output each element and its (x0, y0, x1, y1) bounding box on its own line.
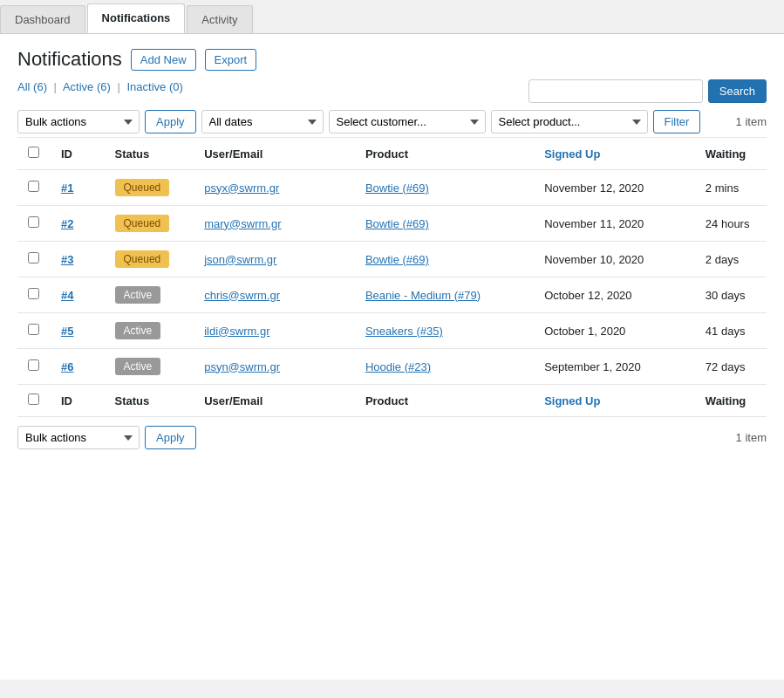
customer-select[interactable]: Select customer... (329, 110, 486, 133)
page-title: Notifications (17, 48, 122, 71)
row-email-2[interactable]: json@swrm.gr (194, 242, 355, 277)
filter-links: All (6) | Active (6) | Inactive (0) (17, 80, 183, 93)
top-toolbar-row: Bulk actions Delete Apply All dates Sele… (17, 110, 767, 133)
col-header-id: ID (51, 138, 105, 170)
select-all-checkbox[interactable] (28, 147, 39, 158)
apply-button-top[interactable]: Apply (145, 110, 196, 133)
row-signedup-5: September 1, 2020 (534, 349, 695, 385)
row-signedup-4: October 1, 2020 (534, 313, 695, 349)
search-row: All (6) | Active (6) | Inactive (0) Sear… (17, 79, 767, 103)
status-badge-1: Queued (115, 215, 170, 232)
row-checkbox-cell (17, 277, 51, 313)
bulk-actions-select-bottom[interactable]: Bulk actions Delete (17, 426, 140, 449)
row-status-4: Active (105, 313, 194, 349)
row-waiting-3: 30 days (695, 277, 767, 313)
search-input[interactable] (528, 79, 703, 103)
product-select[interactable]: Select product... (491, 110, 648, 133)
row-product-5[interactable]: Hoodie (#23) (355, 349, 534, 385)
row-product-3[interactable]: Beanie - Medium (#79) (355, 277, 534, 313)
col-header-product: Product (355, 138, 534, 170)
row-checkbox-2[interactable] (28, 252, 39, 263)
bulk-actions-select-top[interactable]: Bulk actions Delete (17, 110, 140, 133)
row-email-3[interactable]: chris@swrm.gr (194, 277, 355, 313)
row-email-1[interactable]: mary@swrm.gr (194, 206, 355, 242)
table-row: #6 Active psyn@swrm.gr Hoodie (#23) Sept… (17, 349, 767, 385)
row-email-0[interactable]: psyx@swrm.gr (194, 170, 355, 206)
row-id-0[interactable]: #1 (51, 170, 105, 206)
row-id-2[interactable]: #3 (51, 242, 105, 277)
row-id-3[interactable]: #4 (51, 277, 105, 313)
row-checkbox-4[interactable] (28, 324, 39, 335)
row-checkbox-cell (17, 206, 51, 242)
row-status-1: Queued (105, 206, 194, 242)
row-signedup-1: November 11, 2020 (534, 206, 695, 242)
tab-activity[interactable]: Activity (187, 5, 252, 33)
export-button[interactable]: Export (205, 49, 257, 71)
search-group: Search (528, 79, 767, 103)
row-checkbox-0[interactable] (28, 181, 39, 192)
row-signedup-3: October 12, 2020 (534, 277, 695, 313)
table-header-row: ID Status User/Email Product Signed Up W… (17, 138, 767, 170)
row-checkbox-cell (17, 313, 51, 349)
table-row: #3 Queued json@swrm.gr Bowtie (#69) Nove… (17, 242, 767, 277)
sep2: | (117, 80, 119, 93)
item-count-bottom: 1 item (736, 431, 767, 444)
tab-notifications[interactable]: Notifications (87, 3, 186, 33)
row-status-5: Active (105, 349, 194, 385)
row-waiting-5: 72 days (695, 349, 767, 385)
table-row: #1 Queued psyx@swrm.gr Bowtie (#69) Nove… (17, 170, 767, 206)
row-status-2: Queued (105, 242, 194, 277)
tab-dashboard[interactable]: Dashboard (0, 5, 85, 33)
row-checkbox-5[interactable] (28, 359, 39, 371)
row-checkbox-cell (17, 349, 51, 385)
select-all-header (17, 138, 51, 170)
bottom-toolbar-row: Bulk actions Delete Apply 1 item (17, 426, 767, 449)
col-footer-waiting: Waiting (695, 385, 767, 417)
select-all-checkbox-footer[interactable] (28, 393, 39, 405)
row-signedup-0: November 12, 2020 (534, 170, 695, 206)
row-id-5[interactable]: #6 (51, 349, 105, 385)
col-footer-signedup[interactable]: Signed Up (534, 385, 695, 417)
filter-active-link[interactable]: Active (6) (63, 80, 111, 93)
tabs-bar: Dashboard Notifications Activity (0, 0, 784, 34)
page-title-row: Notifications Add New Export (17, 48, 767, 71)
dates-select[interactable]: All dates (201, 110, 324, 133)
row-checkbox-3[interactable] (28, 288, 39, 299)
add-new-button[interactable]: Add New (131, 49, 196, 71)
row-id-4[interactable]: #5 (51, 313, 105, 349)
row-waiting-2: 2 days (695, 242, 767, 277)
col-header-waiting: Waiting (695, 138, 767, 170)
col-footer-status: Status (105, 385, 194, 417)
row-checkbox-cell (17, 170, 51, 206)
table-row: #2 Queued mary@swrm.gr Bowtie (#69) Nove… (17, 206, 767, 242)
col-header-status: Status (105, 138, 194, 170)
row-status-0: Queued (105, 170, 194, 206)
search-button[interactable]: Search (708, 79, 767, 103)
col-header-signedup[interactable]: Signed Up (534, 138, 695, 170)
sep1: | (54, 80, 57, 93)
row-waiting-0: 2 mins (695, 170, 767, 206)
filter-inactive-link[interactable]: Inactive (0) (126, 80, 182, 93)
row-id-1[interactable]: #2 (51, 206, 105, 242)
row-checkbox-1[interactable] (28, 216, 39, 228)
table-row: #4 Active chris@swrm.gr Beanie - Medium … (17, 277, 767, 313)
main-content: Notifications Add New Export All (6) | A… (0, 34, 784, 680)
row-signedup-2: November 10, 2020 (534, 242, 695, 277)
row-product-1[interactable]: Bowtie (#69) (355, 206, 534, 242)
row-waiting-4: 41 days (695, 313, 767, 349)
data-table: ID Status User/Email Product Signed Up W… (17, 137, 767, 417)
row-product-0[interactable]: Bowtie (#69) (355, 170, 534, 206)
row-email-5[interactable]: psyn@swrm.gr (194, 349, 355, 385)
apply-button-bottom[interactable]: Apply (145, 426, 196, 449)
status-badge-0: Queued (115, 179, 170, 196)
status-badge-3: Active (115, 286, 161, 304)
table-footer-row: ID Status User/Email Product Signed Up W… (17, 385, 767, 417)
row-product-4[interactable]: Sneakers (#35) (355, 313, 534, 349)
table-row: #5 Active ildi@swrm.gr Sneakers (#35) Oc… (17, 313, 767, 349)
row-waiting-1: 24 hours (695, 206, 767, 242)
row-product-2[interactable]: Bowtie (#69) (355, 242, 534, 277)
row-email-4[interactable]: ildi@swrm.gr (194, 313, 355, 349)
col-footer-email: User/Email (194, 385, 355, 417)
filter-button[interactable]: Filter (653, 110, 701, 133)
filter-all-link[interactable]: All (6) (17, 80, 47, 93)
